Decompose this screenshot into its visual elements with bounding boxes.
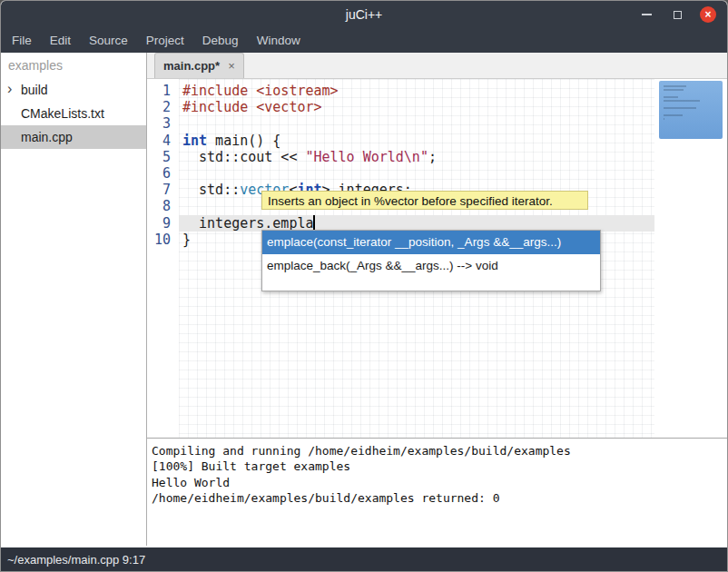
window-title: juCi++ [1,1,727,28]
sidebar-item-main-cpp[interactable]: main.cpp [1,125,146,149]
close-icon: × [704,8,711,21]
file-label: CMakeLists.txt [21,106,104,121]
statusbar: ~/examples/main.cpp 9:17 [1,547,727,572]
line-number: 10 [147,232,179,248]
line-number: 2 [147,99,179,115]
code-token: int [182,133,207,149]
menu-item-file[interactable]: File [3,28,41,53]
line-number: 9 [147,215,179,232]
sidebar-item-build[interactable]: ›build [1,78,146,102]
minimap-line-mark [664,85,686,87]
terminal-line: Hello World [152,475,727,490]
minimap-line-mark [664,96,678,98]
terminal-line: Compiling and running /home/eidheim/exam… [152,443,727,459]
titlebar[interactable]: juCi++ × [1,1,727,28]
menu-item-project[interactable]: Project [137,28,193,53]
tab-close-icon[interactable]: × [228,59,235,73]
file-list: ›buildCMakeLists.txtmain.cpp [1,78,146,149]
menu-item-source[interactable]: Source [80,28,137,53]
file-label: build [21,83,48,97]
line-number-gutter: 12345678910 [147,83,179,248]
close-button[interactable]: × [700,6,716,23]
code-token [248,99,256,115]
minimap-line-mark [664,118,664,120]
text-cursor [313,215,315,231]
tab-main-cpp-[interactable]: main.cpp*× [154,53,244,78]
doc-tooltip: Inserts an object in %vector before spec… [261,191,588,210]
project-root-label: examples [1,53,146,78]
line-number: 1 [147,83,179,99]
completion-popup: emplace(const_iterator __position, _Args… [261,230,601,291]
minimap[interactable] [654,79,727,438]
line-number: 4 [147,133,179,149]
line-number: 7 [147,182,179,198]
code-token: ; [428,149,437,165]
code-editor[interactable]: 12345678910 #include <iostream>#include … [147,79,727,438]
code-token: } [182,232,191,248]
chevron-right-icon[interactable]: › [7,77,12,101]
code-token: integers.empla [182,215,314,232]
code-line-4[interactable]: int main() { [179,133,657,149]
minimap-marks [664,85,700,122]
terminal-line: [100%] Built target examples [152,459,727,474]
sidebar-item-cmakelists-txt[interactable]: CMakeLists.txt [1,102,146,125]
restore-icon [674,11,682,19]
line-number: 5 [147,149,179,165]
menu-item-debug[interactable]: Debug [193,28,248,53]
completion-item[interactable]: emplace_back(_Args &&__args...) --> void [262,254,600,278]
code-line-3[interactable] [179,115,657,132]
file-explorer: examples ›buildCMakeLists.txtmain.cpp [1,53,147,546]
minimap-line-mark [664,107,696,109]
code-token: std::cout << [182,149,305,165]
code-line-9[interactable]: integers.empla [179,215,657,232]
app-window: juCi++ × FileEditSourceProjectDebugWindo… [0,0,728,572]
menu-item-window[interactable]: Window [248,28,310,53]
code-token: #include [182,99,248,115]
minimap-line-mark [664,89,684,91]
code-line-2[interactable]: #include <vector> [179,99,657,115]
line-number: 8 [147,198,179,214]
line-number: 3 [147,115,179,132]
window-controls: × [638,1,716,28]
code-token: "Hello World\n" [305,149,428,165]
terminal-line: /home/eidheim/examples/build/examples re… [152,490,727,506]
menubar: FileEditSourceProjectDebugWindow [1,28,727,53]
code-token: main() { [207,133,280,149]
code-token: <iostream> [256,83,338,99]
minimap-line-mark [664,100,700,102]
minimize-icon [642,14,652,15]
line-number: 6 [147,165,179,182]
code-line-1[interactable]: #include <iostream> [179,83,657,99]
tabbar: main.cpp*× [147,53,727,79]
restore-button[interactable] [669,6,685,23]
tab-label: main.cpp* [163,59,220,73]
code-token: <vector> [256,99,321,115]
minimap-line-mark [664,114,683,116]
build-output-panel[interactable]: Compiling and running /home/eidheim/exam… [147,438,727,547]
code-token: #include [182,83,248,99]
completion-item[interactable]: emplace(const_iterator __position, _Args… [262,231,600,254]
code-line-6[interactable] [179,165,657,182]
menu-item-edit[interactable]: Edit [41,28,80,53]
status-file-position: ~/examples/main.cpp 9:17 [7,553,145,567]
code-token [248,83,256,99]
file-label: main.cpp [21,130,73,144]
code-token: std:: [182,182,240,198]
minimize-button[interactable] [638,6,654,23]
code-line-5[interactable]: std::cout << "Hello World\n"; [179,149,657,165]
